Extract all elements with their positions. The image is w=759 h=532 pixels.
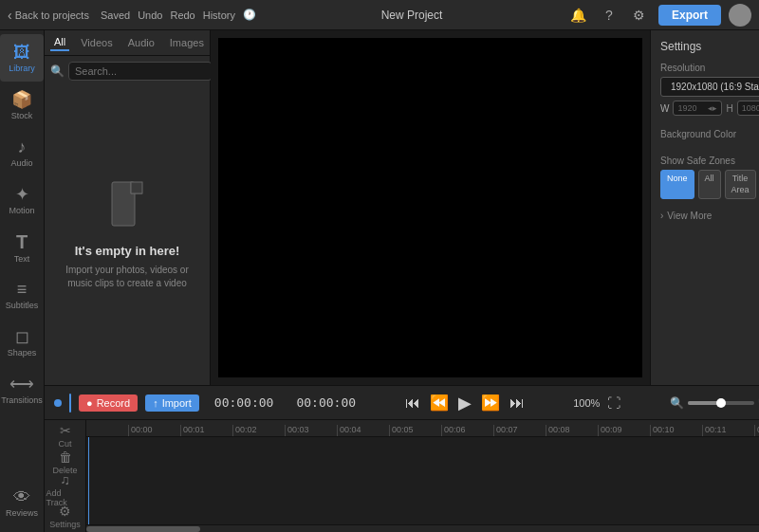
- playhead-handle[interactable]: [69, 394, 71, 413]
- zone-title-button[interactable]: Title Area: [725, 170, 756, 199]
- ruler-mark-9: 00:09: [598, 425, 650, 436]
- timeline-needle: [88, 437, 89, 524]
- sidebar-item-reviews[interactable]: 👁 Reviews: [0, 479, 44, 526]
- content-area: All Videos Audio Images 16:9 🔍 Date ▾: [45, 30, 759, 532]
- ruler-tracks-area: 00:00 00:01 00:02 00:03 00:04 00:05 00:0…: [86, 420, 759, 532]
- cut-icon: ✂: [60, 423, 71, 438]
- search-icon: 🔍: [50, 64, 65, 78]
- dimensions-row: W 1920 ◂▸ H 1080 ◂▸: [660, 101, 759, 116]
- right-actions: 🔔 ? ⚙ Export: [567, 4, 751, 27]
- skip-to-end-button[interactable]: ⏭: [509, 394, 525, 412]
- dims-separator: H: [726, 103, 732, 114]
- shapes-icon: ◻: [15, 328, 29, 345]
- library-search-area: 🔍 Date ▾: [45, 56, 210, 84]
- topbar: Back to projects Saved Undo Redo History…: [0, 0, 759, 30]
- zoom-percent-display: 100%: [573, 397, 600, 409]
- library-icon: 🖼: [13, 44, 30, 61]
- avatar[interactable]: [729, 4, 751, 27]
- width-input[interactable]: 1920 ◂▸: [673, 101, 722, 116]
- ruler-mark-11: 00:11: [702, 425, 754, 436]
- delete-icon: 🗑: [59, 449, 72, 465]
- ruler-marks: 00:00 00:01 00:02 00:03 00:04 00:05 00:0…: [128, 425, 759, 436]
- cut-button[interactable]: ✂ Cut: [46, 423, 84, 448]
- sidebar-label-audio: Audio: [10, 158, 32, 168]
- import-button[interactable]: Import: [145, 394, 199, 412]
- tab-all[interactable]: All: [50, 34, 69, 51]
- zone-all-button[interactable]: All: [698, 170, 721, 199]
- saved-indicator: Saved: [101, 9, 130, 21]
- empty-title: It's empty in here!: [75, 244, 180, 258]
- tracks-area[interactable]: [86, 437, 759, 524]
- play-button[interactable]: ▶: [458, 393, 472, 413]
- sidebar-item-transitions[interactable]: ⟷ Transitions: [0, 366, 44, 413]
- settings-icon[interactable]: ⚙: [628, 4, 651, 27]
- sidebar-label-stock: Stock: [11, 111, 33, 120]
- skip-to-start-button[interactable]: ⏮: [405, 394, 420, 412]
- sidebar-item-motion[interactable]: ✦ Motion: [0, 176, 44, 224]
- track-settings-button[interactable]: ⚙ Settings: [46, 504, 84, 529]
- playback-bar: Record Import 00:00:00 00:00:00 ⏮ ⏪ ▶ ⏩ …: [45, 386, 759, 420]
- ruler-mark-5: 00:05: [389, 425, 441, 436]
- sidebar-label-subtitles: Subtitles: [6, 301, 39, 310]
- bg-color-group: Background Color: [660, 127, 759, 144]
- total-time-display: 00:00:00: [296, 395, 356, 410]
- timeline-scrollbar[interactable]: [86, 524, 759, 532]
- sidebar-label-motion: Motion: [9, 206, 34, 215]
- ruler-mark-7: 00:07: [493, 425, 546, 436]
- ruler-mark-2: 00:02: [232, 425, 285, 436]
- top-actions: Saved Undo Redo History 🕐: [101, 9, 256, 21]
- playback-controls: ⏮ ⏪ ▶ ⏩ ⏭: [405, 393, 525, 413]
- zone-none-button[interactable]: None: [660, 170, 694, 199]
- notifications-icon[interactable]: 🔔: [567, 4, 590, 27]
- add-track-icon: ♫: [60, 472, 70, 487]
- timeline-scrollbar-thumb[interactable]: [86, 526, 200, 532]
- sidebar-label-transitions: Transitions: [1, 395, 43, 405]
- empty-description: Import your photos, videos or music clip…: [60, 264, 194, 290]
- search-input[interactable]: [68, 62, 213, 81]
- sidebar-item-subtitles[interactable]: ≡ Subtitles: [0, 271, 44, 319]
- back-to-projects-button[interactable]: Back to projects: [8, 8, 89, 23]
- ruler-mark-12: 00:12: [754, 425, 759, 436]
- tab-videos[interactable]: Videos: [77, 35, 116, 50]
- sidebar-label-library: Library: [9, 64, 35, 73]
- rewind-button[interactable]: ⏪: [430, 394, 449, 412]
- ruler-mark-4: 00:04: [337, 425, 389, 436]
- zoom-slider-thumb[interactable]: [716, 398, 726, 408]
- record-button[interactable]: Record: [79, 394, 138, 412]
- audio-icon: ♪: [18, 138, 27, 156]
- timeline-ruler: 00:00 00:01 00:02 00:03 00:04 00:05 00:0…: [86, 420, 759, 437]
- ruler-mark-6: 00:06: [441, 425, 493, 436]
- history-button[interactable]: History: [203, 9, 235, 21]
- fullscreen-button[interactable]: ⛶: [607, 395, 620, 411]
- resolution-select[interactable]: 1920x1080 (16:9 Standard): [660, 77, 759, 97]
- zoom-slider[interactable]: [688, 401, 754, 405]
- reviews-icon: 👁: [13, 488, 30, 505]
- view-more-button[interactable]: › View More: [660, 211, 759, 221]
- subtitles-icon: ≡: [17, 281, 28, 298]
- bg-color-row: Background Color: [660, 127, 759, 144]
- main-layout: 🖼 Library 📦 Stock ♪ Audio ✦ Motion T Tex…: [0, 30, 759, 532]
- height-value: 1080: [742, 103, 759, 113]
- transitions-icon: ⟷: [9, 376, 34, 393]
- project-title: New Project: [256, 9, 567, 22]
- sidebar-item-text[interactable]: T Text: [0, 224, 44, 271]
- tab-images[interactable]: Images: [166, 35, 208, 50]
- sidebar-item-shapes[interactable]: ◻ Shapes: [0, 319, 44, 366]
- height-input[interactable]: 1080 ◂▸: [737, 101, 759, 116]
- add-track-button[interactable]: ♫ Add Track: [46, 477, 84, 502]
- help-icon[interactable]: ?: [598, 4, 620, 27]
- timeline-track-actions: ✂ Cut 🗑 Delete ♫ Add Track ⚙ Settings: [45, 420, 86, 532]
- tab-audio[interactable]: Audio: [124, 35, 158, 50]
- view-more-chevron-icon: ›: [660, 211, 663, 221]
- export-button[interactable]: Export: [658, 5, 721, 26]
- sidebar-item-library[interactable]: 🖼 Library: [0, 34, 44, 82]
- sidebar-item-audio[interactable]: ♪ Audio: [0, 129, 44, 176]
- cut-label: Cut: [58, 439, 71, 449]
- redo-button[interactable]: Redo: [170, 9, 194, 21]
- ruler-mark-1: 00:01: [180, 425, 232, 436]
- undo-button[interactable]: Undo: [138, 9, 162, 21]
- panel-row: All Videos Audio Images 16:9 🔍 Date ▾: [45, 30, 759, 385]
- sidebar-item-stock[interactable]: 📦 Stock: [0, 82, 44, 129]
- fast-forward-button[interactable]: ⏩: [481, 394, 500, 412]
- zoom-out-icon[interactable]: 🔍: [670, 396, 684, 410]
